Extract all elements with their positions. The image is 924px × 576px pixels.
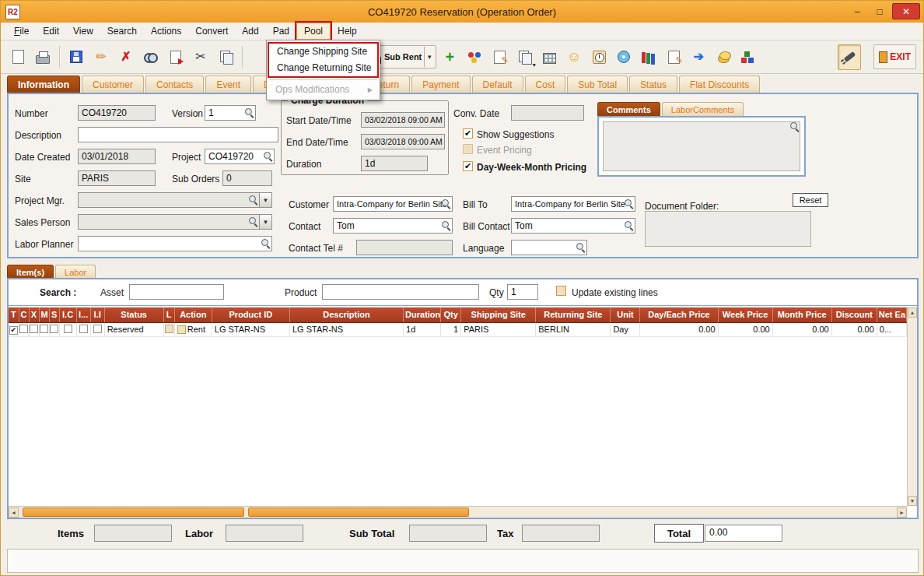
catalog-button[interactable] <box>637 44 660 70</box>
row-i-checkbox[interactable] <box>79 325 88 333</box>
new-document-button[interactable] <box>6 44 30 70</box>
row-c-checkbox[interactable] <box>19 325 28 333</box>
day-week-month-checkbox[interactable]: ✔ <box>463 161 473 171</box>
row-l-checkbox[interactable] <box>165 325 173 333</box>
row-s-checkbox[interactable] <box>50 325 58 333</box>
contact-tel-field[interactable] <box>356 240 453 255</box>
tab-sub-total[interactable]: Sub Total <box>567 76 628 93</box>
table-row[interactable]: ✔ Reserved Rent LG STAR-NS LG STAR-NS 1d… <box>9 322 907 336</box>
project-field[interactable]: CO419720 <box>205 149 275 164</box>
customer-field[interactable]: Intra-Company for Berlin Site <box>333 196 453 212</box>
sub-orders-field[interactable]: 0 <box>222 170 272 186</box>
row-x-checkbox[interactable] <box>30 325 38 333</box>
contact-field[interactable]: Tom <box>333 218 453 234</box>
tab-contacts[interactable]: Contacts <box>145 76 204 93</box>
magnifier-icon[interactable] <box>248 195 258 205</box>
menu-view[interactable]: View <box>66 23 100 39</box>
column-header[interactable]: Unit <box>611 307 640 322</box>
column-header[interactable]: Day/Each Price <box>640 307 718 322</box>
menu-search[interactable]: Search <box>100 23 144 39</box>
menu-edit[interactable]: Edit <box>36 23 66 39</box>
notes-button[interactable] <box>662 44 685 70</box>
comments-box[interactable] <box>597 116 806 177</box>
magnifier-icon[interactable] <box>263 151 273 161</box>
row-ii-checkbox[interactable] <box>93 325 102 333</box>
language-field[interactable] <box>511 240 587 255</box>
bill-to-field[interactable]: Intra-Company for Berlin Site <box>511 196 635 212</box>
menu-convert[interactable]: Convert <box>188 23 235 39</box>
find-button[interactable] <box>139 44 163 70</box>
column-header[interactable]: Week Price <box>718 307 772 322</box>
column-header[interactable]: Product ID <box>212 307 289 322</box>
start-datetime-field[interactable]: 03/02/2018 09:00 AM <box>361 112 445 128</box>
menu-help[interactable]: Help <box>331 23 364 39</box>
scroll-right-button[interactable]: ► <box>897 508 907 518</box>
magnifier-icon[interactable] <box>248 216 258 227</box>
exit-button[interactable]: EXIT <box>873 44 916 69</box>
sales-person-field[interactable] <box>78 214 260 230</box>
column-header[interactable]: Discount <box>831 307 877 322</box>
column-header[interactable]: Duration <box>404 307 441 322</box>
column-header[interactable]: S <box>49 307 59 322</box>
magnifier-icon[interactable] <box>261 238 271 248</box>
update-existing-lines-checkbox[interactable] <box>556 286 566 296</box>
date-created-field[interactable]: 03/01/2018 <box>78 149 156 164</box>
column-header[interactable]: I.I <box>90 307 104 322</box>
site-field[interactable]: PARIS <box>78 170 156 186</box>
menu-item-change-shipping-site[interactable]: Change Shipping Site <box>269 44 377 60</box>
column-header[interactable]: Net Ea... <box>877 307 906 322</box>
tab-items[interactable]: Item(s) <box>7 265 54 279</box>
transfer-button[interactable] <box>164 44 187 70</box>
billing-button[interactable] <box>712 44 735 70</box>
asset-search-input[interactable] <box>129 284 224 300</box>
column-header[interactable]: I.C <box>59 307 76 322</box>
magnifier-icon[interactable] <box>576 242 586 252</box>
save-button[interactable] <box>65 44 88 70</box>
column-header[interactable]: C <box>19 307 29 322</box>
tab-flat-discounts[interactable]: Flat Discounts <box>679 76 760 93</box>
column-header[interactable]: Returning Site <box>536 307 611 322</box>
maximize-button[interactable]: □ <box>870 3 890 19</box>
scroll-up-button[interactable]: ▲ <box>908 307 917 318</box>
copy-button[interactable] <box>214 44 237 70</box>
cards-dropdown-arrow[interactable]: ▼ <box>531 62 537 68</box>
description-field[interactable] <box>78 127 278 142</box>
smiley-button[interactable]: ☺ <box>562 44 586 70</box>
action-checkbox[interactable] <box>177 325 186 334</box>
labor-planner-field[interactable] <box>78 236 272 251</box>
scrollbar-thumb[interactable] <box>23 508 244 517</box>
sales-person-dropdown-arrow[interactable]: ▼ <box>260 214 272 230</box>
export-button[interactable]: ➔ <box>687 44 710 70</box>
column-header[interactable]: X <box>29 307 39 322</box>
tab-event[interactable]: Event <box>205 76 251 93</box>
tab-information[interactable]: Information <box>7 76 80 93</box>
end-datetime-field[interactable]: 03/03/2018 09:00 AM <box>361 134 445 149</box>
row-select-checkbox[interactable]: ✔ <box>9 326 18 335</box>
sub-rent-dropdown-arrow[interactable]: ▼ <box>424 47 434 67</box>
column-header[interactable]: Qty <box>441 307 461 322</box>
row-m-checkbox[interactable] <box>40 325 48 333</box>
magnifier-icon[interactable] <box>624 220 634 230</box>
row-ic-checkbox[interactable] <box>64 325 72 333</box>
site-print-button[interactable] <box>537 44 561 70</box>
column-header[interactable]: Month Price <box>772 307 831 322</box>
column-header[interactable]: Description <box>289 307 403 322</box>
column-header[interactable]: I... <box>76 307 90 322</box>
menu-file[interactable]: File <box>7 23 36 39</box>
column-header[interactable]: Action <box>174 307 212 322</box>
minimize-button[interactable]: – <box>847 3 867 19</box>
menu-pool[interactable]: Pool <box>296 23 331 40</box>
comments-textarea[interactable] <box>603 121 800 171</box>
modules-button[interactable] <box>737 44 760 70</box>
column-header[interactable]: L <box>163 307 174 322</box>
tab-labor-comments[interactable]: LaborComments <box>662 102 744 116</box>
close-button[interactable]: ✕ <box>892 3 920 19</box>
scroll-left-button[interactable]: ◄ <box>9 508 19 518</box>
project-mgr-field[interactable] <box>78 192 260 208</box>
add-item-button[interactable]: + <box>438 44 461 70</box>
magnifier-icon[interactable] <box>624 198 634 209</box>
groups-button[interactable] <box>463 44 486 70</box>
menu-item-change-returning-site[interactable]: Change Returning Site <box>269 60 377 76</box>
availability-button[interactable] <box>587 44 611 70</box>
tab-labor[interactable]: Labor <box>55 265 96 279</box>
